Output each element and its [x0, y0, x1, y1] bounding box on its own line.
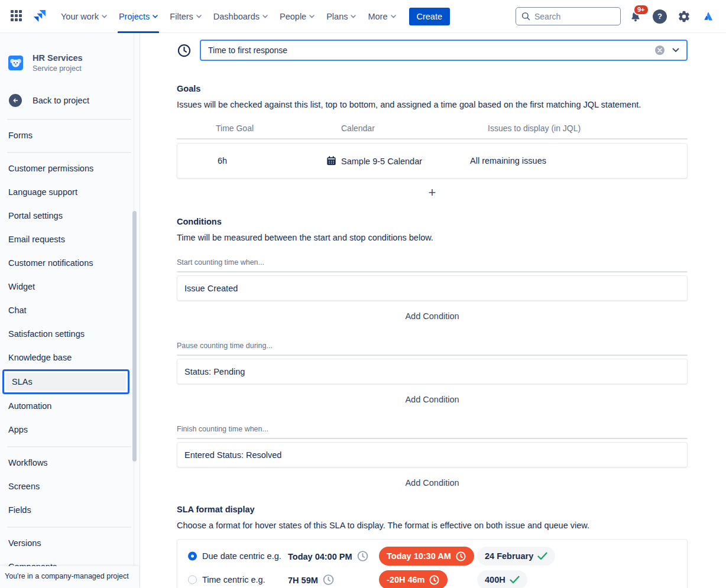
format-options-card: Due date centric e.g. Today 04:00 PM Tod… — [177, 539, 688, 588]
chevron-down-icon — [351, 15, 356, 18]
search-box[interactable] — [516, 7, 621, 25]
conditions-description: Time will be measured between the start … — [177, 233, 688, 242]
pause-condition-label: Pause counting time during... — [177, 342, 688, 350]
add-finish-condition-button[interactable]: Add Condition — [405, 478, 459, 488]
sidebar-item-satisfaction-settings[interactable]: Satisfaction settings — [0, 322, 140, 346]
app-switcher-icon[interactable] — [11, 10, 24, 23]
conditions-title: Conditions — [177, 217, 688, 226]
add-goal-button[interactable]: + — [429, 186, 436, 199]
notifications-badge: 9+ — [633, 4, 649, 15]
nav-your-work[interactable]: Your work — [55, 0, 113, 33]
nav-people[interactable]: People — [274, 0, 320, 33]
goal-jql: All remaining issues — [470, 156, 546, 165]
sidebar-item-versions[interactable]: Versions — [0, 531, 140, 555]
sidebar-divider — [7, 119, 131, 120]
sidebar-item-slas-highlight: SLAs — [2, 369, 129, 394]
clock-icon — [356, 550, 369, 563]
time-centric-example: 7H 59M — [288, 574, 335, 586]
project-settings-sidebar: HR Services Service project Back to proj… — [0, 33, 140, 588]
sidebar-item-language-support[interactable]: Language support — [0, 180, 140, 204]
format-description: Choose a format for hover states of this… — [177, 521, 688, 530]
sidebar-item-workflows[interactable]: Workflows — [0, 451, 140, 475]
sidebar-item-fields[interactable]: Fields — [0, 498, 140, 522]
goal-calendar: Sample 9-5 Calendar — [326, 155, 422, 167]
sidebar-item-forms[interactable]: Forms — [0, 124, 140, 147]
clock-icon — [429, 574, 440, 586]
project-name: HR Services — [33, 53, 83, 63]
sla-name-select[interactable]: Time to first response — [200, 40, 688, 61]
condition-divider — [177, 355, 688, 356]
add-pause-condition-button[interactable]: Add Condition — [405, 395, 459, 404]
chevron-down-icon — [262, 15, 268, 18]
chevron-down-icon — [196, 15, 202, 18]
finish-condition-label: Finish counting time when... — [177, 425, 688, 433]
nav-right-controls: 9+ ? — [516, 7, 718, 26]
chevron-down-icon[interactable] — [672, 48, 679, 53]
search-icon — [521, 12, 530, 21]
radio-time-centric[interactable] — [188, 576, 197, 584]
atlassian-logo-icon — [702, 11, 714, 22]
nav-plans[interactable]: Plans — [320, 0, 362, 33]
gear-icon — [678, 10, 691, 23]
condition-divider — [177, 438, 688, 439]
clock-icon — [177, 43, 192, 58]
format-option-time-centric: Time centric e.g. 7H 59M -20H 46m 400H — [188, 568, 687, 588]
clear-icon[interactable] — [655, 46, 665, 55]
sla-settings-main: Time to first response Goals Issues will… — [140, 33, 726, 588]
met-pill: 24 February — [477, 547, 555, 566]
nav-filters[interactable]: Filters — [164, 0, 207, 33]
column-calendar: Calendar — [341, 124, 375, 133]
back-to-project[interactable]: Back to project — [0, 73, 140, 107]
sidebar-divider — [7, 446, 131, 447]
pause-condition-card[interactable]: Status: Pending — [177, 359, 688, 384]
goal-row[interactable]: 6h Sample 9-5 Calendar All remaining iss… — [177, 143, 688, 178]
goals-description: Issues will be checked against this list… — [177, 100, 688, 109]
format-option-due-date: Due date centric e.g. Today 04:00 PM Tod… — [188, 544, 687, 568]
create-button[interactable]: Create — [409, 8, 450, 25]
sidebar-item-customer-notifications[interactable]: Customer notifications — [0, 251, 140, 275]
help-button[interactable]: ? — [650, 7, 669, 26]
sidebar-item-slas[interactable]: SLAs — [6, 373, 126, 391]
nav-projects[interactable]: Projects — [113, 0, 164, 33]
search-input[interactable] — [534, 12, 605, 21]
sidebar-scrollbar[interactable] — [132, 211, 137, 462]
due-date-centric-label: Due date centric e.g. — [202, 551, 281, 561]
sidebar-item-portal-settings[interactable]: Portal settings — [0, 204, 140, 228]
sidebar-item-automation[interactable]: Automation — [0, 394, 140, 418]
question-mark-icon: ? — [653, 9, 667, 24]
chevron-down-icon — [309, 15, 315, 18]
finish-condition-card[interactable]: Entered Status: Resolved — [177, 442, 688, 467]
overdue-pill: Today 10:30 AM — [379, 547, 474, 566]
column-jql: Issues to display (in JQL) — [488, 124, 581, 133]
goals-table-header: Time Goal Calendar Issues to display (in… — [177, 124, 688, 133]
chevron-down-icon — [391, 15, 396, 18]
primary-nav: Your work Projects Filters Dashboards Pe… — [55, 0, 402, 33]
nav-dashboards[interactable]: Dashboards — [208, 0, 274, 33]
project-type-footer: You're in a company-managed project — [0, 566, 139, 588]
sidebar-item-widget[interactable]: Widget — [0, 275, 140, 298]
sidebar-item-chat[interactable]: Chat — [0, 298, 140, 322]
sidebar-item-screens[interactable]: Screens — [0, 475, 140, 498]
goals-header-divider — [177, 138, 688, 139]
met-pill: 400H — [477, 570, 527, 588]
settings-button[interactable] — [675, 7, 693, 26]
notifications-button[interactable]: 9+ — [626, 7, 645, 26]
sidebar-settings-list: Customer permissions Language support Po… — [0, 157, 140, 441]
nav-more[interactable]: More — [362, 0, 401, 33]
project-type: Service project — [33, 64, 83, 73]
atlassian-switcher-button[interactable] — [699, 7, 718, 26]
overdue-pill: -20H 46m — [379, 570, 448, 588]
sidebar-item-email-requests[interactable]: Email requests — [0, 228, 140, 251]
sla-name-value: Time to first response — [208, 46, 287, 55]
project-header: HR Services Service project — [0, 33, 140, 73]
clock-icon — [455, 551, 466, 562]
sidebar-item-apps[interactable]: Apps — [0, 418, 140, 441]
sidebar-item-knowledge-base[interactable]: Knowledge base — [0, 346, 140, 369]
clock-icon — [322, 574, 335, 586]
jira-logo-icon[interactable] — [32, 9, 47, 24]
add-start-condition-button[interactable]: Add Condition — [405, 311, 459, 321]
sidebar-item-customer-permissions[interactable]: Customer permissions — [0, 157, 140, 180]
back-arrow-icon — [9, 94, 22, 107]
start-condition-card[interactable]: Issue Created — [177, 275, 688, 301]
radio-due-date-centric[interactable] — [188, 552, 197, 561]
